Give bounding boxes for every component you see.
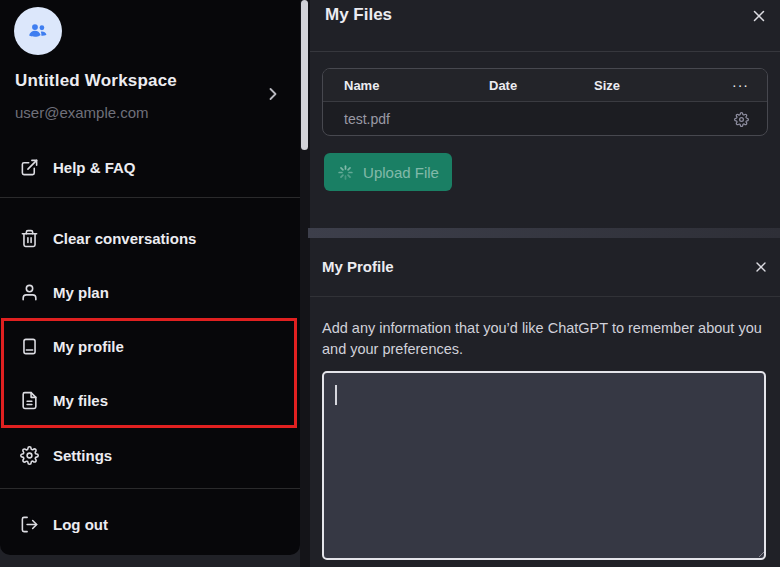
scrollbar-track[interactable] [300, 0, 310, 567]
profile-description: Add any information that you’d like Chat… [322, 318, 764, 360]
menu-item-settings[interactable]: Settings [0, 433, 300, 477]
account-menu: Untitled Workspace user@example.com Help… [0, 0, 300, 555]
gear-icon [20, 446, 39, 465]
text-caret [335, 385, 337, 405]
menu-divider [0, 197, 300, 198]
file-name: test.pdf [344, 111, 704, 127]
app-root: My Files Name Date Size ··· test.pdf [0, 0, 780, 567]
files-table: Name Date Size ··· test.pdf [322, 68, 768, 136]
menu-item-label: Settings [53, 447, 112, 464]
col-header-size: Size [594, 78, 704, 93]
table-row[interactable]: test.pdf [323, 102, 767, 136]
menu-item-my-plan[interactable]: My plan [0, 270, 300, 314]
col-header-name: Name [344, 78, 489, 93]
files-header-divider [310, 51, 780, 52]
profile-textarea[interactable] [322, 371, 766, 560]
resize-handle-icon[interactable] [755, 548, 764, 557]
spinner-icon [337, 164, 354, 181]
profile-header-divider [310, 296, 780, 297]
menu-divider [0, 488, 300, 489]
upload-file-button[interactable]: Upload File [324, 153, 452, 191]
gear-icon[interactable] [704, 112, 749, 127]
menu-item-my-profile[interactable]: My profile [0, 324, 300, 368]
workspace-email: user@example.com [15, 104, 149, 121]
panel-gap [308, 228, 780, 238]
upload-file-label: Upload File [363, 164, 439, 181]
menu-item-log-out[interactable]: Log out [0, 502, 300, 546]
log-out-icon [20, 515, 39, 534]
workspace-name: Untitled Workspace [15, 71, 177, 91]
my-files-title: My Files [325, 5, 392, 25]
col-header-date: Date [489, 78, 594, 93]
book-icon [20, 337, 39, 356]
more-options-icon[interactable]: ··· [704, 77, 749, 93]
menu-item-my-files[interactable]: My files [0, 378, 300, 422]
close-icon[interactable] [750, 7, 768, 25]
files-table-header: Name Date Size ··· [323, 69, 767, 102]
menu-item-label: My files [53, 392, 108, 409]
menu-item-label: Log out [53, 516, 108, 533]
my-profile-title: My Profile [322, 258, 394, 275]
menu-item-help-faq[interactable]: Help & FAQ [0, 145, 300, 189]
chevron-right-icon[interactable] [263, 84, 283, 104]
close-icon[interactable] [753, 259, 771, 277]
menu-item-label: Help & FAQ [53, 159, 136, 176]
scrollbar-thumb[interactable] [301, 0, 308, 150]
file-text-icon [20, 391, 39, 410]
menu-item-label: My profile [53, 338, 124, 355]
trash-icon [20, 229, 39, 248]
settings-panels: My Files Name Date Size ··· test.pdf [300, 0, 780, 567]
external-link-icon [20, 158, 39, 177]
menu-item-label: Clear conversations [53, 230, 196, 247]
user-icon [20, 283, 39, 302]
people-group-icon [25, 18, 51, 44]
menu-item-label: My plan [53, 284, 109, 301]
menu-item-clear-conversations[interactable]: Clear conversations [0, 216, 300, 260]
avatar[interactable] [14, 7, 62, 55]
